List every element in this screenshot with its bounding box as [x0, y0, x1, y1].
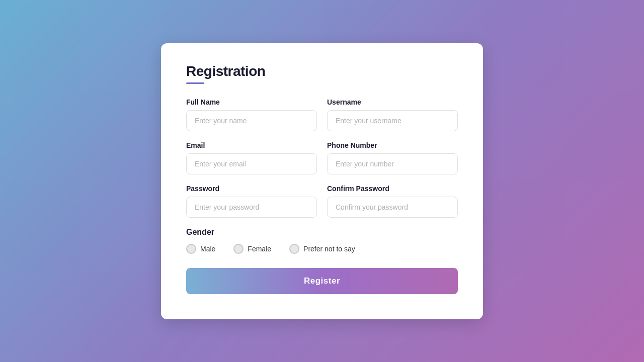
gender-prefer-not-radio[interactable] [289, 244, 299, 254]
page-title: Registration [186, 63, 458, 79]
password-group: Password [186, 185, 317, 218]
password-row: Password Confirm Password [186, 185, 458, 218]
phone-group: Phone Number [327, 141, 458, 174]
confirm-password-label: Confirm Password [327, 185, 458, 193]
phone-input[interactable] [327, 153, 458, 174]
email-label: Email [186, 141, 317, 149]
gender-male-radio[interactable] [186, 244, 196, 254]
username-label: Username [327, 98, 458, 106]
confirm-password-input[interactable] [327, 197, 458, 218]
fullname-label: Full Name [186, 98, 317, 106]
gender-male-option[interactable]: Male [186, 244, 215, 254]
password-label: Password [186, 185, 317, 193]
fullname-input[interactable] [186, 110, 317, 131]
registration-form: Full Name Username Email Phone Number Pa… [186, 98, 458, 294]
title-wrapper: Registration [186, 63, 458, 84]
gender-male-label: Male [200, 245, 215, 253]
gender-female-radio[interactable] [233, 244, 244, 254]
gender-radio-group: Male Female Prefer not to say [186, 244, 458, 254]
title-underline [186, 82, 204, 84]
registration-card: Registration Full Name Username Email Ph… [161, 43, 483, 319]
gender-prefer-not-option[interactable]: Prefer not to say [289, 244, 355, 254]
username-input[interactable] [327, 110, 458, 131]
gender-female-label: Female [248, 245, 271, 253]
gender-female-option[interactable]: Female [233, 244, 271, 254]
email-input[interactable] [186, 153, 317, 174]
phone-label: Phone Number [327, 141, 458, 149]
name-username-row: Full Name Username [186, 98, 458, 131]
email-group: Email [186, 141, 317, 174]
username-group: Username [327, 98, 458, 131]
gender-prefer-not-label: Prefer not to say [303, 245, 355, 253]
email-phone-row: Email Phone Number [186, 141, 458, 174]
register-button[interactable]: Register [186, 268, 458, 294]
password-input[interactable] [186, 197, 317, 218]
gender-label: Gender [186, 228, 458, 237]
fullname-group: Full Name [186, 98, 317, 131]
gender-section: Gender Male Female Prefer not to say [186, 228, 458, 254]
confirm-password-group: Confirm Password [327, 185, 458, 218]
